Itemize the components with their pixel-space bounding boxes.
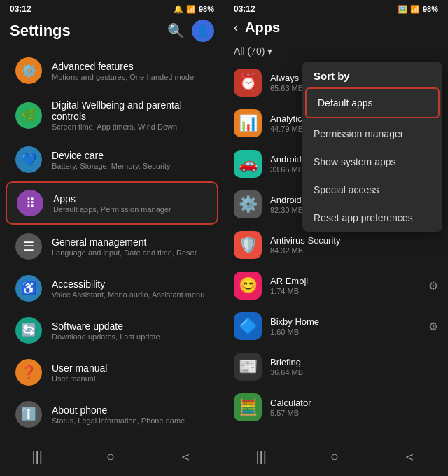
nav-home-button[interactable]: ○: [95, 446, 126, 468]
settings-item-user-manual[interactable]: ❓User manualUser manual: [6, 352, 218, 393]
antivirus-security-text: Antivirus Security84.32 MB: [270, 235, 438, 255]
apps-title: Apps: [53, 193, 207, 204]
dropdown-item-show-system-apps[interactable]: Show system apps: [302, 148, 442, 176]
right-nav-bar: ||| ○ ＜: [224, 439, 448, 476]
app-item-bixby-home[interactable]: 🔷Bixby Home1.60 MB⚙: [224, 306, 448, 346]
briefing-name: Briefing: [270, 357, 438, 368]
antivirus-security-name: Antivirus Security: [270, 235, 438, 246]
right-top-bar: ‹ Apps: [224, 15, 448, 43]
settings-item-about-phone[interactable]: ℹ️About phoneStatus, Legal information, …: [6, 394, 218, 435]
dropdown-item-special-access[interactable]: Special access: [302, 176, 442, 204]
settings-item-general-management[interactable]: ☰General managementLanguage and input, D…: [6, 226, 218, 267]
bixby-home-gear-icon[interactable]: ⚙: [428, 320, 438, 333]
software-update-title: Software update: [52, 321, 209, 332]
software-update-text: Software updateDownload updates, Last up…: [52, 321, 209, 341]
ar-emoji-text: AR Emoji1.74 MB: [270, 276, 420, 295]
ar-emoji-size: 1.74 MB: [270, 287, 420, 295]
sort-dropdown-title: Sort by: [302, 62, 442, 86]
left-status-bar: 03:12 🔔 📶 98%: [0, 0, 224, 15]
app-item-calculator[interactable]: 🧮Calculator5.57 MB: [224, 387, 448, 428]
right-signal-icon: 📶: [410, 5, 420, 14]
nav-back-button[interactable]: ＜: [167, 444, 204, 469]
ar-emoji-icon: 😊: [234, 272, 262, 300]
digital-wellbeing-icon: 🌿: [15, 102, 42, 129]
digital-wellbeing-text: Digital Wellbeing and parental controlsS…: [52, 99, 209, 131]
android-auto-icon: 🚗: [234, 150, 262, 178]
general-management-title: General management: [52, 237, 209, 248]
device-care-icon: 💙: [15, 146, 42, 173]
about-phone-text: About phoneStatus, Legal information, Ph…: [52, 405, 209, 425]
settings-item-digital-wellbeing[interactable]: 🌿Digital Wellbeing and parental controls…: [6, 92, 218, 138]
general-management-subtitle: Language and input, Date and time, Reset: [52, 248, 209, 257]
about-phone-icon: ℹ️: [15, 401, 42, 428]
digital-wellbeing-subtitle: Screen time, App timers, Wind Down: [52, 122, 209, 131]
user-manual-text: User manualUser manual: [52, 363, 209, 383]
briefing-size: 36.64 MB: [270, 368, 438, 377]
nav-recent-button[interactable]: |||: [20, 446, 54, 468]
settings-item-device-care[interactable]: 💙Device careBattery, Storage, Memory, Se…: [6, 139, 218, 180]
filter-row: All (70) ▾: [224, 43, 448, 62]
calculator-text: Calculator5.57 MB: [270, 398, 438, 417]
dropdown-item-default-apps[interactable]: Default apps: [305, 88, 440, 118]
left-wifi-icon: 📶: [186, 5, 196, 14]
sort-dropdown[interactable]: Sort by Default appsPermission managerSh…: [302, 62, 442, 232]
left-nav-bar: ||| ○ ＜: [0, 439, 224, 476]
apps-icon: ⠿: [17, 190, 43, 216]
general-management-icon: ☰: [15, 233, 42, 260]
left-top-bar: Settings 🔍 👤: [0, 15, 224, 49]
calculator-name: Calculator: [270, 398, 438, 408]
r-nav-recent-button[interactable]: |||: [244, 446, 278, 468]
advanced-features-subtitle: Motions and gestures, One-handed mode: [52, 73, 209, 81]
left-battery: 98%: [199, 5, 214, 13]
dropdown-item-permission-manager[interactable]: Permission manager: [302, 120, 442, 148]
filter-label[interactable]: All (70): [234, 46, 265, 57]
filter-chevron-icon[interactable]: ▾: [267, 46, 272, 57]
r-nav-home-button[interactable]: ○: [319, 446, 350, 468]
right-status-icons: 🖼️ 📶 98%: [398, 5, 438, 14]
right-battery: 98%: [423, 5, 438, 13]
settings-item-accessibility[interactable]: ♿AccessibilityVoice Assistant, Mono audi…: [6, 268, 218, 309]
user-manual-subtitle: User manual: [52, 374, 209, 383]
about-phone-title: About phone: [52, 405, 209, 416]
about-phone-subtitle: Status, Legal information, Phone name: [52, 416, 209, 425]
top-bar-icons: 🔍 👤: [167, 20, 214, 42]
bixby-home-name: Bixby Home: [270, 316, 420, 327]
dropdown-item-reset-app-preferences[interactable]: Reset app preferences: [302, 204, 442, 232]
settings-title: Settings: [10, 22, 71, 40]
right-panel: 03:12 🖼️ 📶 98% ‹ Apps All (70) ▾ ⏰Always…: [224, 0, 448, 476]
left-status-icons: 🔔 📶 98%: [174, 5, 214, 14]
profile-avatar[interactable]: 👤: [192, 20, 214, 42]
device-care-text: Device careBattery, Storage, Memory, Sec…: [52, 150, 209, 170]
app-item-briefing[interactable]: 📰Briefing36.64 MB: [224, 346, 448, 387]
always-on-icon: ⏰: [234, 69, 262, 97]
apps-text: AppsDefault apps, Permission manager: [53, 193, 207, 214]
advanced-features-title: Advanced features: [52, 61, 209, 72]
briefing-text: Briefing36.64 MB: [270, 357, 438, 377]
settings-item-apps[interactable]: ⠿AppsDefault apps, Permission manager: [6, 181, 218, 225]
app-item-ar-emoji[interactable]: 😊AR Emoji1.74 MB⚙: [224, 265, 448, 306]
software-update-icon: 🔄: [15, 317, 42, 344]
accessibility-subtitle: Voice Assistant, Mono audio, Assistant m…: [52, 290, 209, 299]
ar-emoji-name: AR Emoji: [270, 276, 420, 286]
settings-item-advanced-features[interactable]: ⚙️Advanced featuresMotions and gestures,…: [6, 50, 218, 91]
right-notif-icon: 🖼️: [398, 5, 407, 14]
left-panel: 03:12 🔔 📶 98% Settings 🔍 👤 ⚙️Advanced fe…: [0, 0, 224, 476]
accessibility-icon: ♿: [15, 275, 42, 302]
r-nav-back-button[interactable]: ＜: [391, 444, 428, 469]
antivirus-security-icon: 🛡️: [234, 231, 262, 259]
bixby-home-text: Bixby Home1.60 MB: [270, 316, 420, 336]
apps-back-button[interactable]: ‹: [234, 20, 238, 35]
left-signal-icon: 🔔: [174, 5, 183, 14]
bixby-home-icon: 🔷: [234, 312, 262, 340]
calculator-size: 5.57 MB: [270, 409, 438, 417]
search-icon[interactable]: 🔍: [167, 22, 185, 39]
digital-wellbeing-title: Digital Wellbeing and parental controls: [52, 99, 209, 122]
ar-emoji-gear-icon[interactable]: ⚙: [428, 279, 438, 293]
bixby-home-size: 1.60 MB: [270, 328, 420, 336]
device-care-title: Device care: [52, 150, 209, 161]
accessibility-text: AccessibilityVoice Assistant, Mono audio…: [52, 279, 209, 299]
accessibility-title: Accessibility: [52, 279, 209, 290]
settings-item-software-update[interactable]: 🔄Software updateDownload updates, Last u…: [6, 310, 218, 351]
general-management-text: General managementLanguage and input, Da…: [52, 237, 209, 257]
antivirus-security-size: 84.32 MB: [270, 246, 438, 255]
